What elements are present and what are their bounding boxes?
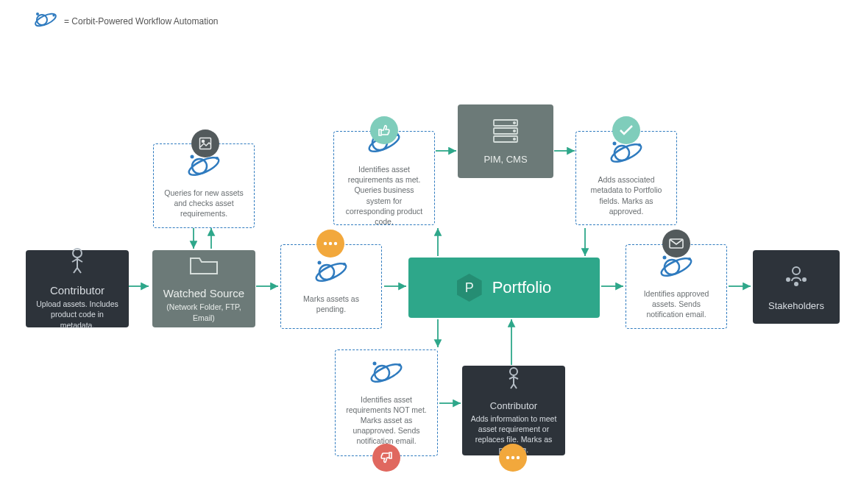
corbit-icon xyxy=(33,11,58,31)
svg-point-29 xyxy=(324,242,327,245)
node-contributor: Contributor Upload assets. Includes prod… xyxy=(26,250,129,327)
node-pim-cms: PIM, CMS xyxy=(458,104,553,178)
svg-point-31 xyxy=(334,242,337,245)
svg-point-51 xyxy=(506,456,509,459)
node-sub: Identifies asset requirements NOT met. M… xyxy=(343,394,430,447)
legend: = Corbit-Powered Workflow Automation xyxy=(33,11,219,31)
node-sub: Upload assets. Includes product code in … xyxy=(33,299,121,330)
svg-point-44 xyxy=(613,142,617,146)
svg-point-61 xyxy=(787,278,790,281)
svg-point-22 xyxy=(216,157,219,160)
ellipsis-badge-icon xyxy=(316,230,344,258)
thumbs-down-badge-icon xyxy=(372,444,400,472)
node-title: Contributor xyxy=(490,400,537,411)
node-portfolio: P Portfolio xyxy=(408,258,600,318)
check-badge-icon xyxy=(612,116,640,144)
node-title: Portfolio xyxy=(492,278,552,297)
node-title: PIM, CMS xyxy=(483,154,527,165)
svg-point-62 xyxy=(803,278,806,281)
legend-text: = Corbit-Powered Workflow Automation xyxy=(64,16,219,26)
node-sub: (Network Folder, FTP, Email) xyxy=(160,302,248,322)
svg-point-21 xyxy=(191,155,194,158)
node-contributor-2: Contributor Adds information to meet ass… xyxy=(462,366,565,455)
node-sub: Identifies approved assets. Sends notifi… xyxy=(634,288,719,320)
svg-point-41 xyxy=(514,138,515,139)
node-title: Contributor xyxy=(50,284,104,297)
svg-point-53 xyxy=(517,456,520,459)
node-req-not-met: Identifies asset requirements NOT met. M… xyxy=(335,349,438,456)
node-watched-source: Watched Source (Network Folder, FTP, Ema… xyxy=(152,250,255,327)
corbit-icon xyxy=(607,140,645,169)
folder-icon xyxy=(188,255,219,280)
svg-point-27 xyxy=(318,260,322,264)
node-sub: Marks assets as pending. xyxy=(288,294,374,314)
svg-point-40 xyxy=(514,129,515,131)
portfolio-hex-icon: P xyxy=(457,274,482,302)
svg-point-48 xyxy=(373,361,377,365)
node-req-met: Identifies asset requirements as met. Qu… xyxy=(333,131,435,225)
svg-point-2 xyxy=(36,13,39,15)
ellipsis-badge-icon xyxy=(499,444,527,472)
svg-point-50 xyxy=(510,368,517,375)
svg-point-45 xyxy=(638,143,641,146)
corbit-icon xyxy=(312,259,350,288)
svg-point-39 xyxy=(514,121,515,123)
svg-point-59 xyxy=(793,267,800,274)
person-icon xyxy=(504,366,523,393)
svg-point-28 xyxy=(343,263,346,266)
svg-point-60 xyxy=(795,283,798,285)
server-icon xyxy=(491,118,520,146)
node-adds-metadata: Adds associated metadata to Portfolio fi… xyxy=(575,131,677,225)
node-title: Stakeholders xyxy=(768,300,824,311)
node-sub: Queries for new assets and checks asset … xyxy=(161,188,247,219)
corbit-icon xyxy=(657,254,695,283)
person-icon xyxy=(66,247,88,277)
svg-point-24 xyxy=(202,141,205,143)
node-sub: Identifies asset requirements as met. Qu… xyxy=(341,164,427,227)
corbit-icon xyxy=(367,360,405,389)
node-sub: Adds associated metadata to Portfolio fi… xyxy=(584,174,669,216)
svg-point-18 xyxy=(73,249,82,258)
svg-point-49 xyxy=(398,363,401,366)
svg-point-52 xyxy=(511,456,514,459)
stakeholder-icon xyxy=(783,263,809,293)
svg-point-3 xyxy=(52,14,54,16)
svg-point-56 xyxy=(663,255,667,259)
image-badge-icon xyxy=(191,129,219,157)
svg-point-57 xyxy=(688,258,691,260)
svg-point-30 xyxy=(329,242,332,245)
node-stakeholders: Stakeholders xyxy=(753,250,840,324)
node-title: Watched Source xyxy=(163,287,244,299)
mail-badge-icon xyxy=(662,230,690,258)
thumbs-up-badge-icon xyxy=(370,116,398,144)
